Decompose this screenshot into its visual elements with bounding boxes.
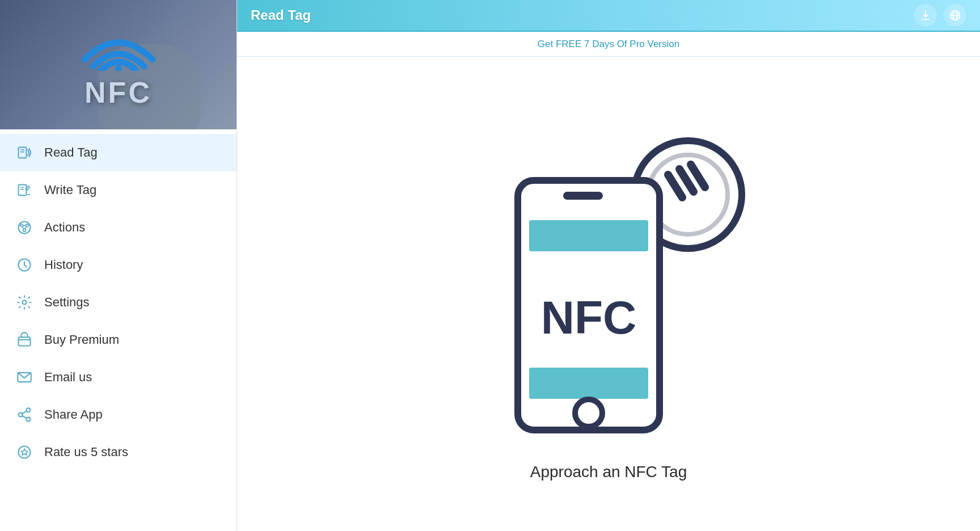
sidebar-item-share-app[interactable]: Share App	[0, 396, 236, 433]
sidebar-item-rate-us[interactable]: Rate us 5 stars	[0, 433, 236, 471]
sidebar-header: NFC	[0, 0, 236, 129]
sidebar-item-read-tag-label: Read Tag	[44, 145, 98, 160]
sidebar-item-history-label: History	[44, 258, 83, 272]
download-button[interactable]	[914, 4, 937, 27]
download-icon	[919, 9, 932, 22]
svg-rect-16	[19, 337, 31, 345]
svg-line-21	[22, 416, 27, 419]
svg-text:NFC: NFC	[541, 292, 637, 343]
star-icon	[16, 444, 33, 461]
svg-line-13	[25, 227, 26, 229]
svg-rect-1	[19, 148, 27, 158]
email-icon	[16, 369, 33, 386]
svg-point-10	[23, 229, 26, 231]
svg-point-9	[26, 224, 28, 227]
sidebar-item-buy-premium[interactable]: Buy Premium	[0, 321, 236, 359]
svg-rect-4	[19, 185, 27, 196]
sidebar-item-settings-label: Settings	[44, 295, 90, 310]
svg-line-12	[23, 227, 24, 229]
svg-line-32	[668, 175, 682, 197]
write-tag-icon	[16, 182, 33, 199]
nfc-illustration: NFC	[461, 107, 756, 458]
svg-point-20	[27, 418, 31, 422]
wifi-arcs-icon	[73, 20, 164, 71]
content-area: NFC Approach an NFC Tag	[237, 57, 980, 531]
svg-point-8	[20, 224, 23, 227]
sidebar-item-share-app-label: Share App	[44, 407, 103, 422]
sidebar-item-history[interactable]: History	[0, 246, 236, 284]
svg-point-15	[23, 301, 27, 305]
nfc-illustration-svg: NFC	[467, 124, 750, 441]
sidebar-item-settings[interactable]: Settings	[0, 284, 236, 321]
promo-text: Get FREE 7 Days Of Pro Version	[538, 39, 679, 50]
svg-rect-36	[563, 192, 603, 200]
actions-icon	[16, 219, 33, 236]
svg-point-18	[27, 408, 31, 412]
sidebar-item-write-tag[interactable]: Write Tag	[0, 171, 236, 209]
history-icon	[16, 256, 33, 273]
svg-rect-39	[529, 368, 648, 399]
sidebar-item-write-tag-label: Write Tag	[44, 183, 96, 197]
main-content: Read Tag Get FREE 7 Days Of Pro Version	[237, 0, 980, 531]
sidebar-item-rate-us-label: Rate us 5 stars	[44, 445, 128, 460]
svg-point-23	[19, 446, 31, 458]
share-icon	[16, 406, 33, 423]
svg-marker-24	[21, 449, 28, 455]
sidebar-item-buy-premium-label: Buy Premium	[44, 332, 119, 347]
globe-icon	[949, 9, 961, 22]
svg-line-22	[22, 411, 27, 414]
sidebar-item-actions-label: Actions	[44, 220, 85, 235]
promo-bar[interactable]: Get FREE 7 Days Of Pro Version	[237, 32, 980, 57]
svg-point-19	[19, 413, 23, 417]
settings-icon	[16, 294, 33, 311]
sidebar-item-read-tag[interactable]: Read Tag	[0, 134, 236, 171]
sidebar-nav: Read Tag Write Tag	[0, 129, 236, 531]
topbar: Read Tag	[237, 0, 980, 32]
nfc-logo-text: NFC	[85, 75, 152, 109]
topbar-icons	[914, 4, 966, 27]
sidebar-item-email-us-label: Email us	[44, 370, 92, 385]
nfc-logo-container: NFC	[73, 20, 164, 109]
topbar-title: Read Tag	[251, 7, 311, 23]
svg-rect-37	[529, 220, 648, 251]
approach-text: Approach an NFC Tag	[530, 463, 687, 481]
read-tag-icon	[16, 144, 33, 161]
sidebar-item-actions[interactable]: Actions	[0, 209, 236, 246]
sidebar-item-email-us[interactable]: Email us	[0, 359, 236, 396]
sidebar: NFC Read Tag	[0, 0, 237, 531]
globe-button[interactable]	[944, 4, 966, 27]
buy-premium-icon	[16, 331, 33, 348]
